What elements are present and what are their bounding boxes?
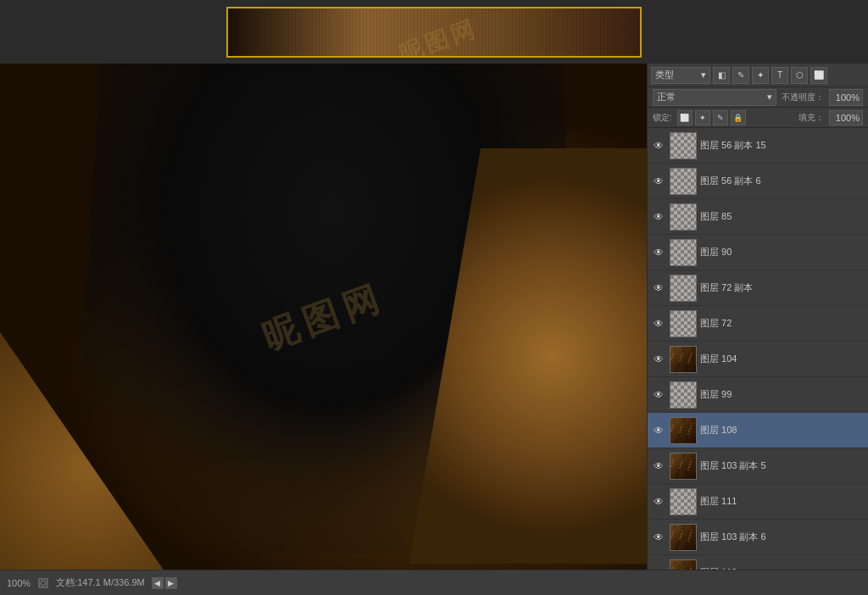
layer-item[interactable]: 👁图层 99 xyxy=(648,377,868,413)
layer-visibility-icon[interactable]: 👁 xyxy=(651,138,666,153)
filter-icon-6[interactable]: ⬜ xyxy=(810,67,827,84)
layers-list: 👁图层 56 副本 15👁图层 56 副本 6👁图层 85👁图层 90👁图层 7… xyxy=(648,128,868,570)
main-area: 昵图网 类型 ▾ ◧ ✎ ✦ T ⬡ ⬜ 正常 ▾ 不透明度： 10 xyxy=(0,64,868,570)
layer-type-label: 类型 xyxy=(655,69,674,81)
canvas-content: 昵图网 xyxy=(0,64,647,570)
layer-visibility-icon[interactable]: 👁 xyxy=(651,245,666,260)
lock-icons-group: ⬜ ✦ ✎ 🔒 xyxy=(677,110,746,125)
layer-visibility-icon[interactable]: 👁 xyxy=(651,387,666,403)
layer-thumbnail xyxy=(670,453,697,480)
layer-thumbnail xyxy=(670,132,697,159)
right-panel: 类型 ▾ ◧ ✎ ✦ T ⬡ ⬜ 正常 ▾ 不透明度： 100% 锁定: ⬜ xyxy=(647,64,868,570)
layer-visibility-icon[interactable]: 👁 xyxy=(651,423,666,438)
opacity-value-text: 100% xyxy=(836,92,860,103)
filter-icon-1[interactable]: ◧ xyxy=(713,67,730,84)
layer-name-label: 图层 72 xyxy=(700,317,865,330)
filter-icon-4[interactable]: T xyxy=(771,67,788,84)
layer-visibility-icon[interactable]: 👁 xyxy=(651,352,666,367)
layer-thumbnail xyxy=(670,275,697,302)
layer-thumbnail xyxy=(670,310,697,337)
layer-type-filter[interactable]: 类型 ▾ xyxy=(651,67,710,84)
layer-thumbnail xyxy=(670,488,697,515)
layer-item[interactable]: 👁图层 56 副本 6 xyxy=(648,164,868,199)
fill-label: 填充： xyxy=(798,112,824,124)
svg-point-1 xyxy=(41,581,46,586)
layer-item[interactable]: 👁图层 103 副本 5 xyxy=(648,448,868,484)
fill-input[interactable]: 100% xyxy=(829,110,863,125)
top-strip: 昵图网 xyxy=(0,0,868,64)
layer-name-label: 图层 110 xyxy=(700,566,865,570)
lock-position-button[interactable]: ✦ xyxy=(695,110,710,125)
layer-visibility-icon[interactable]: 👁 xyxy=(651,565,666,570)
layer-item[interactable]: 👁图层 72 副本 xyxy=(648,270,868,306)
layer-name-label: 图层 104 xyxy=(700,353,865,365)
chevron-down-icon: ▾ xyxy=(701,70,706,81)
layer-name-label: 图层 103 副本 5 xyxy=(700,459,865,472)
layer-visibility-icon[interactable]: 👁 xyxy=(651,530,666,545)
layer-name-label: 图层 108 xyxy=(700,424,865,437)
layer-thumbnail xyxy=(670,524,697,551)
layer-visibility-icon[interactable]: 👁 xyxy=(651,209,666,225)
layer-item[interactable]: 👁图层 104 xyxy=(648,342,868,377)
layer-item[interactable]: 👁图层 108 xyxy=(648,413,868,448)
layer-item[interactable]: 👁图层 90 xyxy=(648,235,868,270)
layer-name-label: 图层 72 副本 xyxy=(700,281,865,294)
lock-transparency-button[interactable]: ✎ xyxy=(713,110,728,125)
layer-item[interactable]: 👁图层 103 副本 6 xyxy=(648,520,868,555)
top-preview-image: 昵图网 xyxy=(226,7,642,58)
lock-all-button[interactable]: 🔒 xyxy=(731,110,746,125)
lock-label: 锁定: xyxy=(653,112,672,124)
blend-chevron-icon: ▾ xyxy=(767,92,772,103)
filter-icon-5[interactable]: ⬡ xyxy=(791,67,808,84)
layer-visibility-icon[interactable]: 👁 xyxy=(651,174,666,189)
layer-visibility-icon[interactable]: 👁 xyxy=(651,494,666,509)
watermark-top: 昵图网 xyxy=(394,12,481,57)
layer-thumbnail xyxy=(670,203,697,231)
fill-value-text: 100% xyxy=(836,113,860,123)
doc-info: 文档:147.1 M/336.9M xyxy=(56,576,145,589)
layer-thumbnail xyxy=(670,239,697,266)
layer-name-label: 图层 90 xyxy=(700,246,865,259)
blend-mode-label: 正常 xyxy=(657,91,676,103)
layer-item[interactable]: 👁图层 110 xyxy=(648,555,868,570)
layer-name-label: 图层 103 副本 6 xyxy=(700,531,865,543)
blend-mode-select[interactable]: 正常 ▾ xyxy=(653,89,776,106)
layer-visibility-icon[interactable]: 👁 xyxy=(651,459,666,474)
canvas-area: 昵图网 xyxy=(0,64,647,570)
nav-next-button[interactable]: ▶ xyxy=(165,577,177,589)
layer-item[interactable]: 👁图层 72 xyxy=(648,306,868,342)
filter-icon-2[interactable]: ✎ xyxy=(732,67,749,84)
layer-visibility-icon[interactable]: 👁 xyxy=(651,281,666,296)
nav-arrows: ◀ ▶ xyxy=(152,577,177,589)
doc-icon xyxy=(37,577,49,589)
nav-prev-button[interactable]: ◀ xyxy=(152,577,164,589)
layer-name-label: 图层 56 副本 6 xyxy=(700,175,865,187)
lock-bar: 锁定: ⬜ ✦ ✎ 🔒 填充： 100% xyxy=(648,108,868,128)
opacity-label: 不透明度： xyxy=(782,92,824,103)
opacity-input[interactable]: 100% xyxy=(829,89,863,106)
filter-bar: 类型 ▾ ◧ ✎ ✦ T ⬡ ⬜ xyxy=(648,64,868,87)
layer-thumbnail xyxy=(670,168,697,195)
layer-item[interactable]: 👁图层 56 副本 15 xyxy=(648,128,868,164)
layer-thumbnail xyxy=(670,381,697,409)
filter-icon-3[interactable]: ✦ xyxy=(752,67,769,84)
layer-thumbnail xyxy=(670,417,697,444)
layer-item[interactable]: 👁图层 111 xyxy=(648,484,868,520)
zoom-level: 100% xyxy=(7,578,31,588)
layer-visibility-icon[interactable]: 👁 xyxy=(651,316,666,331)
layer-name-label: 图层 56 副本 15 xyxy=(700,139,865,152)
blend-mode-bar: 正常 ▾ 不透明度： 100% xyxy=(648,87,868,108)
lock-pixels-button[interactable]: ⬜ xyxy=(677,110,693,125)
layer-name-label: 图层 99 xyxy=(700,388,865,401)
layer-item[interactable]: 👁图层 85 xyxy=(648,199,868,235)
layer-name-label: 图层 111 xyxy=(700,495,865,508)
status-bar: 100% 文档:147.1 M/336.9M ◀ ▶ xyxy=(0,570,868,595)
layer-thumbnail xyxy=(670,559,697,570)
layer-name-label: 图层 85 xyxy=(700,210,865,223)
layer-thumbnail xyxy=(670,346,697,373)
